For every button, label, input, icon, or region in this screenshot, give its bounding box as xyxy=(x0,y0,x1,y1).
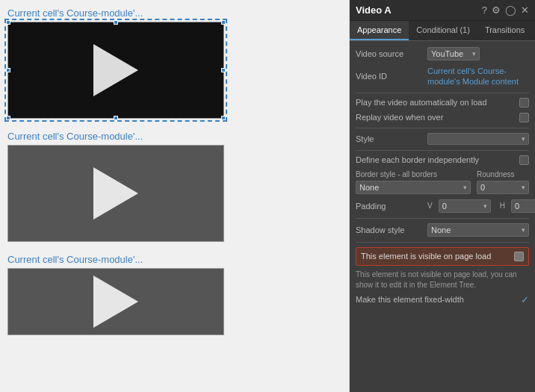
shadow-style-label: Shadow style xyxy=(356,225,423,234)
play-button-1 xyxy=(93,44,138,96)
style-row: Style ▾ xyxy=(356,133,529,145)
video-source-label: Video source xyxy=(356,49,423,58)
comment-icon[interactable]: ◯ xyxy=(505,4,516,16)
properties-content: Video source YouTube ▾ Video ID Current … xyxy=(350,41,535,392)
padding-v-chevron-icon: ▾ xyxy=(483,202,487,210)
padding-v-value: 0 xyxy=(442,202,447,211)
handle-tm[interactable] xyxy=(114,20,118,25)
padding-h-label: H xyxy=(500,202,505,210)
visible-info-text: This element is not visible on page load… xyxy=(356,270,529,290)
panel-icons: ? ⚙ ◯ ✕ xyxy=(482,4,529,16)
video-player-2[interactable] xyxy=(7,145,224,242)
video-id-row: Video ID Current cell's Course-module's … xyxy=(356,66,529,87)
roundness-select[interactable]: 0 ▾ xyxy=(477,181,529,194)
shadow-style-select[interactable]: None ▾ xyxy=(427,223,529,237)
video-block-2: Current cell's Course-module'... xyxy=(7,131,341,242)
video-title-1: Current cell's Course-module'... xyxy=(7,7,341,19)
video-id-label: Video ID xyxy=(356,72,423,81)
fixed-width-label: Make this element fixed-width xyxy=(356,295,516,304)
border-style-value: None xyxy=(359,183,379,192)
panel-title: Video A xyxy=(356,4,392,16)
padding-v-label: V xyxy=(427,202,433,210)
padding-v-select[interactable]: 0 ▾ xyxy=(439,199,491,213)
tab-conditional[interactable]: Conditional (1) xyxy=(409,21,477,40)
replay-label: Replay video when over xyxy=(356,113,515,122)
tab-bar: Appearance Conditional (1) Transitions xyxy=(350,21,535,41)
shadow-style-value: None xyxy=(431,225,451,234)
video-title-3: Current cell's Course-module'... xyxy=(7,254,341,265)
video-block-1: Current cell's Course-module'... xyxy=(7,7,341,119)
border-indep-row: Define each border independently xyxy=(356,155,529,165)
padding-label: Padding xyxy=(356,202,423,211)
autoplay-checkbox[interactable] xyxy=(519,98,529,108)
style-label: Style xyxy=(356,134,423,143)
autoplay-row: Play the video automatically on load xyxy=(356,98,529,108)
handle-tr[interactable] xyxy=(221,20,226,25)
shadow-chevron-icon: ▾ xyxy=(522,226,525,234)
border-style-row: Border style - all borders None ▾ Roundn… xyxy=(356,170,529,194)
canvas-panel: Current cell's Course-module'... Current… xyxy=(0,0,350,392)
checkmark-icon[interactable]: ✓ xyxy=(521,294,529,305)
video-source-row: Video source YouTube ▾ xyxy=(356,47,529,60)
handle-lm[interactable] xyxy=(6,68,10,72)
properties-panel: Video A ? ⚙ ◯ ✕ Appearance Conditional (… xyxy=(350,0,535,392)
gear-icon[interactable]: ⚙ xyxy=(492,4,501,16)
handle-br[interactable] xyxy=(221,116,226,120)
close-icon[interactable]: ✕ xyxy=(521,4,529,16)
video-player-1[interactable] xyxy=(7,22,224,119)
padding-inner-row: Padding V 0 ▾ H 0 ▾ xyxy=(356,199,529,213)
video-source-value: YouTube xyxy=(431,49,463,58)
border-style-group: Border style - all borders None ▾ xyxy=(356,170,471,194)
video-block-3: Current cell's Course-module'... xyxy=(7,254,341,335)
divider-3 xyxy=(356,150,529,151)
handle-bm[interactable] xyxy=(114,116,118,120)
panel-header: Video A ? ⚙ ◯ ✕ xyxy=(350,0,535,21)
handle-rm[interactable] xyxy=(221,68,226,72)
play-button-2 xyxy=(93,167,138,220)
help-icon[interactable]: ? xyxy=(482,4,487,16)
border-indep-checkbox[interactable] xyxy=(519,155,529,165)
play-button-3 xyxy=(93,276,138,328)
video-title-2: Current cell's Course-module'... xyxy=(7,131,341,142)
roundness-chevron-icon: ▾ xyxy=(522,184,525,191)
replay-row: Replay video when over xyxy=(356,113,529,122)
padding-row: Padding V 0 ▾ H 0 ▾ xyxy=(356,199,529,213)
border-chevron-icon: ▾ xyxy=(463,184,467,191)
style-chevron-icon: ▾ xyxy=(522,135,525,143)
divider-2 xyxy=(356,128,529,128)
handle-bl[interactable] xyxy=(6,116,10,120)
tab-appearance[interactable]: Appearance xyxy=(350,21,409,40)
roundness-label: Roundness xyxy=(477,170,529,178)
border-indep-label: Define each border independently xyxy=(356,155,515,164)
fixed-width-row: Make this element fixed-width ✓ xyxy=(356,294,529,305)
border-style-select[interactable]: None ▾ xyxy=(356,181,471,194)
video-source-select[interactable]: YouTube ▾ xyxy=(427,47,480,60)
divider-4 xyxy=(356,218,529,219)
tab-transitions[interactable]: Transitions xyxy=(477,21,532,40)
shadow-style-row: Shadow style None ▾ xyxy=(356,223,529,237)
padding-h-value: 0 xyxy=(515,202,519,211)
padding-h-select[interactable]: 0 ▾ xyxy=(511,199,535,213)
replay-checkbox[interactable] xyxy=(519,113,529,122)
divider-1 xyxy=(356,93,529,93)
roundness-group: Roundness 0 ▾ xyxy=(477,170,529,194)
handle-tl[interactable] xyxy=(6,20,10,25)
video-id-link[interactable]: Current cell's Course-module's Module co… xyxy=(427,66,529,87)
roundness-value: 0 xyxy=(480,183,485,192)
video-player-3[interactable] xyxy=(7,268,224,335)
chevron-down-icon: ▾ xyxy=(472,50,476,57)
visible-checkbox[interactable] xyxy=(514,252,524,261)
autoplay-label: Play the video automatically on load xyxy=(356,98,515,107)
style-select[interactable]: ▾ xyxy=(427,133,529,145)
visible-label: This element is visible on page load xyxy=(361,252,510,261)
visible-highlight-row[interactable]: This element is visible on page load xyxy=(356,247,529,266)
divider-5 xyxy=(356,242,529,243)
border-style-label: Border style - all borders xyxy=(356,170,471,178)
